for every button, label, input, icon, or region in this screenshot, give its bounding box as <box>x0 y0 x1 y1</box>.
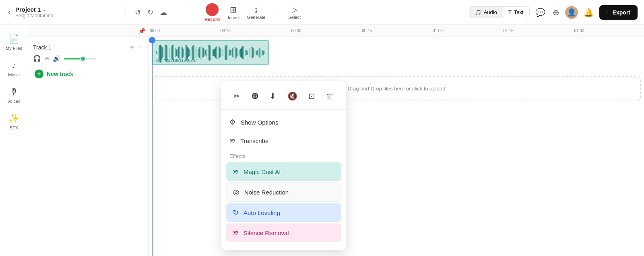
music-icon: ♪ <box>12 60 16 71</box>
magic-dust-icon: ≋ <box>233 167 239 176</box>
ruler-mark-1: 00:15 <box>220 29 291 33</box>
add-button[interactable]: ⊕ <box>551 6 561 19</box>
topbar-center: Record ⊞ Insert ↨ Generate ▷ Select <box>183 3 322 22</box>
redo-button[interactable]: ↻ <box>145 6 156 19</box>
volume-button[interactable]: 🔊 <box>53 55 61 62</box>
silence-removal-effect[interactable]: ≋ Silence Removal <box>226 223 341 242</box>
project-author: Sergio Montanino <box>15 13 53 18</box>
show-options-item[interactable]: ⚙ Show Options <box>221 113 346 131</box>
record-label: Record <box>204 17 220 22</box>
topbar-edit-actions: ↺ ↻ ☁ <box>132 6 169 19</box>
auto-leveling-label: Auto Leveling <box>244 209 280 216</box>
show-options-icon: ⚙ <box>229 118 236 127</box>
context-toolbar: ✂ ⊕ ⬇ 🔇 ⊡ 🗑 <box>221 86 346 110</box>
sidebar: 📄 My Files ♪ Music 🎙 Voices ✨ SFX <box>0 25 28 256</box>
topbar: ‹ Project 1 ⌄ Sergio Montanino ↺ ↻ ☁ Rec… <box>0 0 644 25</box>
ctx-download-button[interactable]: ⬇ <box>266 88 279 104</box>
project-title: Project 1 <box>15 6 41 13</box>
audio-clip-1[interactable]: clip-422218611840257 <box>152 40 269 65</box>
cloud-save-button[interactable]: ☁ <box>157 6 169 19</box>
voices-icon: 🎙 <box>10 87 19 97</box>
sidebar-item-sfx[interactable]: ✨ SFX <box>2 109 26 134</box>
divider-2 <box>176 6 176 19</box>
audio-icon: 🎵 <box>475 9 481 15</box>
playhead-dot <box>149 37 155 43</box>
record-icon <box>206 3 219 16</box>
ruler-mark-0: 00:00 <box>149 29 220 33</box>
track-item-1: Track 1 ✏ ··· 🎧 ✳ 🔊 <box>28 40 149 66</box>
music-label: Music <box>8 72 20 77</box>
ruler-mark-2: 00:30 <box>290 29 361 33</box>
text-label: Text <box>514 9 524 15</box>
audio-label: Audio <box>484 9 497 15</box>
undo-button[interactable]: ↺ <box>132 6 143 19</box>
sidebar-item-my-files[interactable]: 📄 My Files <box>2 30 26 55</box>
ruler-mark-5: 01:15 <box>503 29 574 33</box>
pin-button[interactable]: 📌 <box>138 28 145 34</box>
track-header-1: Track 1 ✏ ··· <box>33 43 144 51</box>
volume-slider[interactable] <box>64 58 96 59</box>
sfx-label: SFX <box>10 125 18 130</box>
magic-button[interactable]: ✳ <box>44 55 50 62</box>
insert-label: Insert <box>228 15 239 20</box>
record-button[interactable]: Record <box>204 3 220 22</box>
text-toggle-button[interactable]: T Text <box>503 7 529 18</box>
export-button[interactable]: ↑ Export <box>599 5 638 20</box>
topbar-right: 🎵 Audio T Text 💬 ⊕ 👤 🔔 ↑ Export <box>469 5 638 20</box>
select-button[interactable]: ▷ Select <box>289 5 301 20</box>
noise-reduction-label: Noise Reduction <box>244 189 289 196</box>
transcribe-item[interactable]: ≋ Transcribe <box>221 131 346 150</box>
chat-button[interactable]: 💬 <box>534 6 547 19</box>
magic-dust-label: Magic Dust AI <box>244 168 281 175</box>
sidebar-item-voices[interactable]: 🎙 Voices <box>2 83 26 108</box>
my-files-icon: 📄 <box>8 34 19 44</box>
track-edit-button[interactable]: ✏ <box>129 43 136 51</box>
main-area: 📄 My Files ♪ Music 🎙 Voices ✨ SFX 📌 <box>0 25 644 256</box>
track-1-name: Track 1 <box>33 44 52 51</box>
sidebar-item-music[interactable]: ♪ Music <box>2 56 26 81</box>
notification-button[interactable]: 🔔 <box>582 6 595 19</box>
ctx-delete-button[interactable]: 🗑 <box>323 88 337 104</box>
export-label: Export <box>613 9 630 16</box>
generate-button[interactable]: ↨ Generate <box>247 5 266 20</box>
divider-3 <box>277 6 277 19</box>
transcribe-label: Transcribe <box>240 137 268 144</box>
ruler-mark-3: 00:45 <box>361 29 432 33</box>
insert-icon: ⊞ <box>230 5 237 14</box>
silence-removal-label: Silence Removal <box>244 229 289 236</box>
timeline-ruler: 00:00 00:15 00:30 00:45 01:00 01:15 01:3… <box>149 29 644 33</box>
project-title-row: Project 1 ⌄ <box>15 6 53 13</box>
track-1-lane: clip-422218611840257 <box>149 37 644 69</box>
track-list: Track 1 ✏ ··· 🎧 ✳ 🔊 <box>28 37 149 256</box>
new-track-button[interactable]: + New track <box>28 66 149 82</box>
ctx-cut-button[interactable]: ✂ <box>230 88 244 104</box>
select-icon: ▷ <box>292 5 297 14</box>
ruler-mark-6: 01:30 <box>573 29 644 33</box>
audio-text-toggle: 🎵 Audio T Text <box>469 6 530 18</box>
editor: 📌 00:00 00:15 00:30 00:45 01:00 01:15 01… <box>28 25 644 256</box>
insert-button[interactable]: ⊞ Insert <box>228 5 239 20</box>
avatar: 👤 <box>565 6 578 19</box>
track-1-actions: ✏ ··· <box>129 43 144 51</box>
export-icon: ↑ <box>607 9 609 16</box>
auto-leveling-effect[interactable]: ↻ Auto Leveling <box>226 203 341 222</box>
ctx-add-button[interactable]: ⊕ <box>248 88 262 104</box>
generate-icon: ↨ <box>254 5 258 14</box>
auto-leveling-icon: ↻ <box>233 208 239 217</box>
sfx-icon: ✨ <box>8 113 19 124</box>
context-menu: ✂ ⊕ ⬇ 🔇 ⊡ 🗑 ⚙ Show Options ≋ Transcribe <box>221 81 346 250</box>
ctx-split-button[interactable]: ⊡ <box>305 88 318 104</box>
ctx-mute-button[interactable]: 🔇 <box>284 88 301 104</box>
magic-dust-effect[interactable]: ≋ Magic Dust AI <box>226 162 341 181</box>
track-more-button[interactable]: ··· <box>137 43 144 51</box>
audio-toggle-button[interactable]: 🎵 Audio <box>469 7 503 18</box>
new-track-icon: + <box>35 70 43 78</box>
new-track-container: + New track <box>28 66 149 82</box>
track-1-controls: 🎧 ✳ 🔊 <box>33 55 144 62</box>
transcribe-icon: ≋ <box>229 136 235 145</box>
project-chevron-icon: ⌄ <box>42 7 46 12</box>
show-options-label: Show Options <box>241 119 278 126</box>
headphone-button[interactable]: 🎧 <box>33 55 41 62</box>
back-button[interactable]: ‹ <box>6 6 12 18</box>
noise-reduction-effect[interactable]: ◎ Noise Reduction <box>226 182 341 202</box>
